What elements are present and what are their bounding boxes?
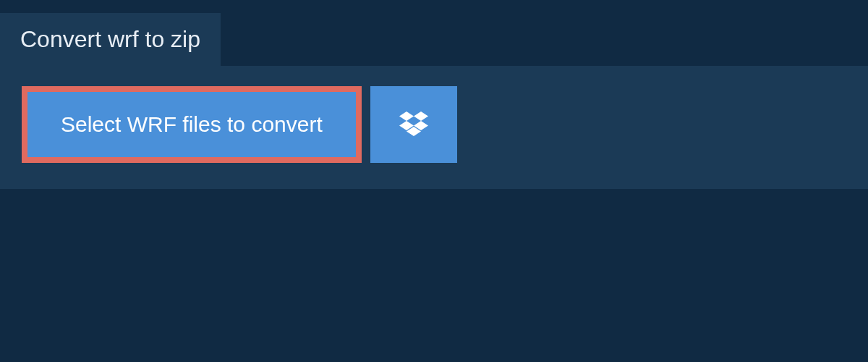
button-row: Select WRF files to convert (22, 86, 846, 163)
dropbox-icon (399, 111, 428, 138)
select-files-button[interactable]: Select WRF files to convert (22, 86, 362, 163)
main-panel: Select WRF files to convert (0, 66, 868, 189)
tab-title: Convert wrf to zip (20, 26, 200, 52)
dropbox-button[interactable] (370, 86, 457, 163)
tab-header[interactable]: Convert wrf to zip (0, 13, 221, 66)
select-files-label: Select WRF files to convert (61, 112, 323, 137)
